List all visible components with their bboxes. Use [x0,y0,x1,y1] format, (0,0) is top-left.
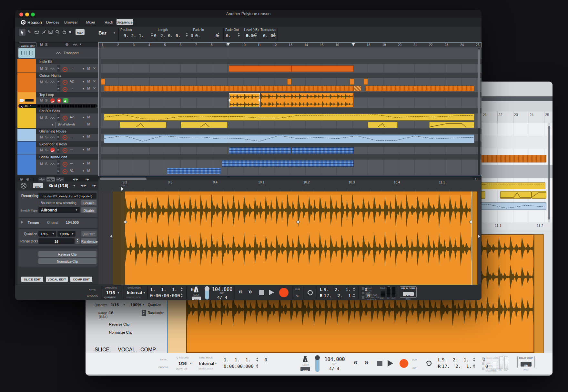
right-locator-stepper[interactable] [473,364,476,368]
mute-button[interactable]: M [40,98,43,102]
wave-zoom-small[interactable] [38,177,46,182]
range-field[interactable]: 16 [109,310,141,316]
clip-outrun-hatched[interactable] [354,86,361,91]
wave-zoom-medium[interactable] [46,177,55,182]
time-stepper[interactable] [180,293,183,298]
lane-selector[interactable]: A2 [70,115,74,119]
lane-selector[interactable]: — [70,67,73,70]
quantize-amount-dropdown[interactable]: 100% ▼ [128,302,146,308]
lane-expand-icon[interactable]: ▶ [57,168,60,174]
close-editor-icon[interactable] [21,183,26,189]
menu-item-devices[interactable]: Devices [46,20,59,24]
right-locator-display[interactable]: 17. 2. 1. 0 [442,364,470,369]
normalize-clip-button[interactable]: Normalize Clip [109,329,164,336]
click-level-fader[interactable] [205,286,209,299]
right-locator-display[interactable]: 17. 2. 1. 0 [324,293,350,298]
fade-in-stepper[interactable] [217,32,220,37]
randomize-button[interactable]: Randomize [81,238,96,244]
alt-button[interactable]: ALT [412,367,416,369]
tap-button[interactable]: TAP [220,292,224,294]
add-track-icon[interactable]: ⊕ [65,42,69,47]
zoom-to-selection-button[interactable]: ◀Z▶ [73,178,78,181]
chevron-down-icon[interactable]: ▼ [215,362,217,365]
left-locator-stepper[interactable] [473,357,476,362]
fade-in-value[interactable]: 0. 0 [195,33,218,38]
track-indie-kit[interactable]: Indie Kit M S ▶ — ▼ M ✕ [17,59,98,73]
chevron-down-icon[interactable]: ▼ [189,362,192,365]
play-button[interactable] [388,360,393,367]
dub-button[interactable]: DUB [295,288,300,290]
recording-field[interactable]: ny_drm124_steady_top.rx2 (Imported) [38,193,96,199]
left-locator-stepper[interactable] [353,287,356,292]
time-signature[interactable]: 4/ 4 [217,295,227,300]
position-stepper[interactable] [180,287,183,292]
sync-mode-value[interactable]: Internal [199,361,214,366]
eraser-tool-icon[interactable] [35,30,39,34]
lane-selector[interactable]: — [70,148,73,151]
mute-button[interactable]: M [40,66,43,70]
automation-icon[interactable] [50,163,55,165]
clip-fat80s-main[interactable] [104,114,474,121]
chevron-down-icon[interactable]: ▼ [82,148,85,151]
editor-snap-button[interactable]: SNAP [33,183,43,188]
main-window[interactable]: Another Polytone.reason Reason Devices B… [15,10,482,300]
lane-mute[interactable]: M [87,66,90,70]
track-transport[interactable]: Transport [17,47,98,59]
menu-item-mixer[interactable]: Mixer [86,20,95,24]
rewind-button[interactable]: « [238,288,242,296]
clip-outrun-2[interactable] [287,79,291,85]
bg-yellow-clip-2c[interactable] [532,191,546,199]
quantize-div-dropdown[interactable]: 1/16 ▼ [109,302,127,308]
track-top-loop[interactable]: Top Loop M S IN ▼ [17,92,98,108]
scrollbar-thumb[interactable] [548,126,550,220]
grid-dropdown[interactable]: Grid (1/16) [49,183,68,188]
stop-button[interactable] [377,361,382,366]
clip-modwheel-2[interactable] [181,122,228,128]
tab-comp-edit[interactable]: COMP EDIT [140,347,160,353]
groove-button[interactable]: GROOVE [158,366,168,368]
razor-tool-icon[interactable] [42,30,46,34]
range-stepper[interactable]: ▲ ▼ [76,238,80,244]
scrub-right-icon[interactable] [478,235,480,238]
chevron-down-icon[interactable]: ▼ [82,87,85,90]
dub-button[interactable]: DUB [412,358,417,361]
lane-selector[interactable]: A2 [70,80,74,83]
send-clock-toggle[interactable]: SEND CLOCK [126,296,141,299]
lane-selector[interactable]: A1 [70,169,74,172]
automation-icon[interactable] [50,67,55,70]
lane-mute[interactable]: M [87,147,90,151]
chevron-down-icon[interactable]: ▼ [79,43,82,46]
chevron-down-icon[interactable]: ▼ [82,170,85,172]
tempo-display[interactable]: 104.000 [212,287,232,292]
lane-delete[interactable]: ✕ [93,79,96,83]
input-selector[interactable]: IN [25,104,27,107]
lane-mute[interactable]: M [87,115,90,119]
record-arm[interactable] [63,162,67,167]
transport-track-icon[interactable] [18,48,35,58]
automation-override-indicator[interactable] [482,368,484,370]
mute-button[interactable]: M [40,162,43,166]
lane-mute[interactable]: M [87,161,90,165]
menu-item-browser[interactable]: Browser [64,20,78,24]
track-bass-chord-lead[interactable]: Bass-Chord-Lead M S ▶ — ▼ M ▶ A1 ▼ M [17,154,98,175]
record-arm[interactable] [63,67,67,72]
right-locator-stepper[interactable] [353,293,356,298]
editor-playhead-flag[interactable] [121,187,124,191]
chevron-down-icon[interactable]: ▼ [113,32,116,34]
lane-mute[interactable]: M [87,122,90,126]
lane-expand-icon[interactable]: ▶ [57,147,60,153]
tab-vocal-edit[interactable]: VOCAL EDIT [118,347,138,353]
solo-button[interactable]: S [45,80,47,84]
lane-selector[interactable]: — [70,87,73,90]
clip-outrun-4[interactable] [364,79,368,85]
record-arm[interactable] [63,80,67,85]
quantize-toggle[interactable]: QUANTIZE [104,296,116,299]
solo-button[interactable]: S [45,66,47,70]
chevron-down-icon[interactable]: ▼ [82,162,85,165]
record-arm[interactable] [63,135,67,140]
position-time-display[interactable]: 0:00:00:000 [224,364,253,369]
fade-out-stepper[interactable] [238,32,240,37]
arrangement-ruler[interactable]: 1234567891011121314151617181920212223242… [99,43,481,48]
normalize-clip-button[interactable]: Normalize Clip [38,258,96,264]
level-value[interactable]: 0.00 [246,33,256,38]
